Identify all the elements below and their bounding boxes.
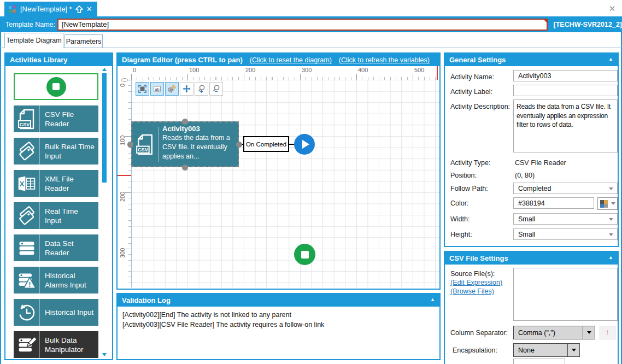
collapse-icon[interactable]: ▲ xyxy=(608,255,613,260)
validation-corner-marker xyxy=(544,20,547,22)
collapse-icon[interactable]: ▲ xyxy=(430,297,435,302)
node-title: Activity003 xyxy=(162,125,237,133)
source-files-textarea[interactable] xyxy=(513,268,618,321)
tab-parameters[interactable]: Parameters xyxy=(64,34,103,48)
library-item-historical-input[interactable]: Historical Input xyxy=(14,299,98,326)
color-label: Color: xyxy=(450,199,468,207)
library-item-label: Historical Input xyxy=(40,299,98,326)
browse-files-link[interactable]: (Browse Files) xyxy=(450,287,494,295)
library-item-start-stop[interactable] xyxy=(14,73,98,100)
chevron-down-icon xyxy=(609,233,613,236)
library-item-csv-file-reader[interactable]: CSV CSV File Reader xyxy=(14,105,98,132)
document-tab-title: [NewTemplate] * xyxy=(20,5,72,13)
chevron-down-icon xyxy=(609,218,613,221)
horizontal-ruler: 0 100 200 300 400 500 xyxy=(118,66,439,80)
follow-path-label: Follow Path: xyxy=(450,185,488,192)
validation-log-panel: Validation Log ▲ [Activity002][End] The … xyxy=(116,293,441,360)
library-item-historical-alarms-input[interactable]: ! Historical Alarms Input xyxy=(14,267,98,293)
color-picker-button[interactable] xyxy=(597,197,618,210)
node-handle-top[interactable] xyxy=(182,119,188,125)
scroll-up-icon[interactable] xyxy=(102,68,107,71)
height-select[interactable]: Small xyxy=(513,228,618,240)
csv-file-icon: CSV xyxy=(14,105,40,132)
server-badge: [TECHW-SVR2012_2] xyxy=(554,21,622,28)
svg-text:X: X xyxy=(19,179,24,187)
activity-type-value: CSV File Reader xyxy=(515,159,566,167)
color-input[interactable] xyxy=(513,197,594,209)
activity-type-label: Activity Type: xyxy=(450,159,490,167)
partial-input[interactable] xyxy=(513,359,565,364)
height-value: Small xyxy=(518,231,535,238)
xml-file-icon: X xyxy=(14,170,40,197)
template-name-bar: Template Name: [TECHW-SVR2012_2] xyxy=(0,16,622,32)
activity-description-label: Activity Description: xyxy=(450,103,510,110)
stop-icon xyxy=(301,251,309,259)
library-item-bulk-real-time-input[interactable]: Bulk Real Time Input xyxy=(14,138,98,165)
node-handle-left[interactable] xyxy=(127,142,133,148)
general-settings-body: Activity Name: Activity Label: Activity … xyxy=(445,66,618,245)
csv-file-settings-title: CSV File Settings xyxy=(449,254,508,262)
node-handle-bottom[interactable] xyxy=(182,165,188,171)
template-name-input-wrap xyxy=(57,19,548,31)
library-item-real-time-input[interactable]: Real Time Input xyxy=(14,202,98,229)
zoom-in-button[interactable] xyxy=(195,82,208,96)
library-item-data-set-reader[interactable]: Data Set Reader xyxy=(14,234,98,261)
node-handle-right[interactable] xyxy=(236,142,242,148)
document-tab[interactable]: [NewTemplate] * ✕ xyxy=(4,2,97,16)
play-icon xyxy=(302,140,309,149)
settings-tool-button[interactable] xyxy=(165,82,179,96)
node-description: Reads the data from a CSV file. It event… xyxy=(162,133,237,161)
dropdown-arrow-button[interactable] xyxy=(567,344,579,356)
reset-diagram-link[interactable]: (Click to reset the diagram) xyxy=(250,56,332,64)
activity-label-label: Activity Label: xyxy=(450,88,492,96)
tab-template-diagram[interactable]: Template Diagram xyxy=(4,33,63,48)
library-scrollbar[interactable] xyxy=(102,68,107,356)
alarm-rows-icon: ! xyxy=(14,267,40,293)
close-document-icon[interactable]: ✕ xyxy=(86,5,92,13)
library-item-label: Data Set Reader xyxy=(40,234,98,261)
general-settings-header: General Settings ▲ xyxy=(445,54,618,66)
column-separator-select[interactable]: Comma (",") xyxy=(513,326,595,339)
follow-path-value: Completed xyxy=(518,185,551,192)
width-select[interactable]: Small xyxy=(513,213,618,225)
ruler-origin-marker xyxy=(121,78,128,82)
end-node[interactable] xyxy=(294,244,315,265)
collapse-icon[interactable]: ▲ xyxy=(608,56,613,62)
activities-library-header: Activities Library xyxy=(5,54,112,66)
refresh-variables-link[interactable]: (Click to refresh the variables) xyxy=(339,56,430,64)
column-separator-label: Column Separator: xyxy=(450,329,508,337)
library-item-xml-file-reader[interactable]: X XML File Reader xyxy=(14,170,98,197)
label-tool-button[interactable]: ab xyxy=(150,82,164,96)
scroll-down-icon[interactable] xyxy=(102,353,107,356)
selection-tool-button[interactable] xyxy=(136,82,149,96)
chevron-down-icon xyxy=(611,202,615,205)
window-close-icon[interactable]: ✕ xyxy=(607,3,618,14)
activity-label-input[interactable] xyxy=(513,85,618,96)
edit-expression-link[interactable]: (Edit Expression) xyxy=(450,279,502,286)
width-label: Width: xyxy=(450,215,470,223)
activity-description-textarea[interactable]: Reads the data from a CSV file. It event… xyxy=(513,99,618,152)
diagram-canvas[interactable]: 0 100 200 300 400 500 0 100 200 300 xyxy=(118,66,439,287)
follow-path-select[interactable]: Completed xyxy=(513,183,618,194)
general-settings-panel: General Settings ▲ Activity Name: Activi… xyxy=(444,52,619,247)
separator-warning-button[interactable]: ! xyxy=(600,326,615,339)
promote-icon[interactable] xyxy=(75,5,83,13)
link-label-on-completed[interactable]: On Completed xyxy=(243,136,289,152)
template-name-input[interactable] xyxy=(57,19,548,31)
activity-node-activity003[interactable]: CSV Activity003 Reads the data from a CS… xyxy=(131,121,239,167)
encapsulation-select[interactable]: None xyxy=(513,343,580,357)
template-name-label: Template Name: xyxy=(5,21,55,28)
dropdown-arrow-button[interactable] xyxy=(583,326,595,339)
zoom-out-button[interactable] xyxy=(209,82,223,96)
pan-tool-button[interactable] xyxy=(180,82,193,96)
diagram-toolbar: ab xyxy=(136,82,223,96)
diagram-editor-panel: Diagram Editor (press CTRL to pan) (Clic… xyxy=(116,52,441,290)
source-files-label: Source File(s): xyxy=(450,270,495,278)
scrollbar-thumb[interactable] xyxy=(102,73,107,183)
width-value: Small xyxy=(518,215,535,223)
activity-name-input[interactable] xyxy=(513,70,618,81)
run-node-button[interactable] xyxy=(294,134,315,155)
library-item-bulk-data-manipulator[interactable]: Bulk Data Manipulator xyxy=(14,331,98,358)
activities-library-panel: Activities Library CSV CSV File Reader xyxy=(4,52,113,360)
window-border-left xyxy=(0,32,1,364)
